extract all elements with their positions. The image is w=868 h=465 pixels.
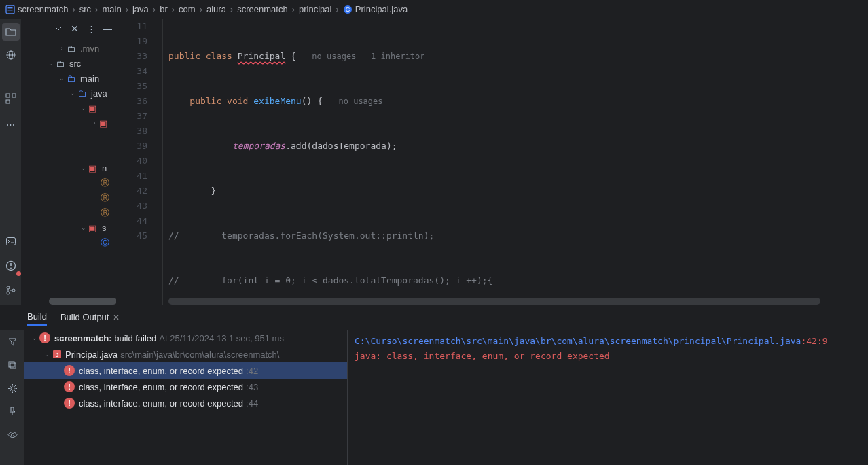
error-location: :42 — [246, 366, 258, 376]
svg-rect-17 — [9, 362, 14, 367]
tree-item[interactable] — [22, 145, 116, 160]
breadcrumb-item[interactable]: main — [102, 4, 121, 14]
rerun-button[interactable] — [5, 335, 19, 349]
line-number: 45 — [117, 228, 147, 243]
tab-build[interactable]: Build — [27, 309, 47, 326]
chevron-down-icon — [54, 24, 63, 33]
file-link[interactable]: C:\Curso\screenmatch\src\main\java\br\co… — [355, 336, 801, 346]
tab-label: Build Output — [60, 312, 109, 322]
code-line: public class Principal { no usages 1 inh… — [168, 49, 868, 64]
gutter[interactable]: 11 19 33 34 35 36 37 38 39 40 41 42 43 4… — [117, 19, 163, 305]
code-line: temporadas.add(dadosTemporada); — [168, 139, 868, 154]
pin-button[interactable] — [5, 404, 19, 418]
chevron-right-icon: › — [292, 4, 295, 14]
tree-item-pkg[interactable]: ⌄▣ — [22, 101, 116, 116]
build-error-row[interactable]: ! class, interface, enum, or record expe… — [24, 395, 347, 411]
left-tool-bar: ⋯ — [0, 19, 22, 305]
svg-point-19 — [11, 387, 14, 390]
svg-rect-8 — [6, 94, 10, 97]
build-file-label: Principal.java — [65, 349, 117, 360]
breadcrumb-item[interactable]: src — [79, 4, 91, 14]
line-number: 38 — [117, 124, 147, 139]
line-number: 41 — [117, 169, 147, 184]
chevron-right-icon: › — [72, 4, 75, 14]
breadcrumb-item[interactable]: java — [132, 4, 149, 14]
breadcrumb-item[interactable]: screenmatch — [237, 4, 287, 14]
tree-item-java[interactable]: ⌄🗀java — [22, 86, 116, 101]
tab-build-output[interactable]: Build Output ✕ — [60, 312, 120, 322]
collapse-all-button[interactable]: ✕ — [69, 22, 81, 35]
close-icon[interactable]: ✕ — [113, 313, 120, 322]
structure-tool-button[interactable] — [2, 46, 20, 64]
scrollbar-thumb[interactable] — [168, 298, 820, 305]
tree-list[interactable]: ›🗀.mvn ⌄🗀src ⌄🗀main ⌄🗀java ⌄▣ ›▣ ⌄▣n Ⓡ Ⓡ… — [22, 38, 116, 250]
dots-icon: ⋯ — [6, 120, 15, 130]
project-icon — [5, 5, 15, 14]
line-number: 42 — [117, 184, 147, 199]
tree-options-button[interactable]: ⋮ — [85, 22, 97, 35]
line-number: 36 — [117, 94, 147, 109]
select-opened-file-button[interactable] — [52, 22, 65, 35]
chevron-right-icon: › — [95, 4, 98, 14]
breadcrumb-item[interactable]: com — [179, 4, 196, 14]
terminal-icon — [5, 236, 16, 247]
chevron-down-icon: ⌄ — [79, 105, 88, 111]
tree-label: s — [102, 223, 107, 233]
build-file-path: src\main\java\br\com\alura\screenmatch\ — [120, 349, 279, 360]
chevron-down-icon: ⌄ — [68, 90, 77, 97]
tree-item-class[interactable]: Ⓡ — [22, 175, 116, 190]
tree-item-main[interactable]: ⌄🗀main — [22, 71, 116, 86]
watch-button[interactable] — [5, 428, 19, 441]
build-tree-root[interactable]: ⌄ ! screenmatch: build failed At 25/11/2… — [24, 330, 347, 346]
code-area[interactable]: public class Principal { no usages 1 inh… — [163, 19, 868, 305]
error-badge — [16, 271, 21, 276]
error-location: :44 — [246, 398, 258, 409]
stop-button[interactable] — [5, 358, 19, 372]
tree-item-pkg[interactable]: ⌄▣n — [22, 160, 116, 175]
tree-item-pkg[interactable]: ⌄▣s — [22, 220, 116, 235]
svg-rect-9 — [12, 94, 16, 97]
tree-item[interactable] — [22, 131, 116, 145]
bookmarks-tool-button[interactable] — [2, 90, 20, 107]
breadcrumb-item-project[interactable]: screenmatch — [5, 4, 68, 14]
breadcrumb-label: br — [160, 4, 168, 14]
structure-icon — [5, 93, 16, 104]
breadcrumb-item-file[interactable]: C Principal.java — [343, 4, 408, 14]
gear-icon — [7, 383, 18, 394]
error-location: :43 — [246, 382, 258, 392]
package-icon: ▣ — [88, 223, 99, 233]
breadcrumb-item[interactable]: principal — [299, 4, 331, 14]
tree-item-src[interactable]: ⌄🗀src — [22, 56, 116, 71]
tree-item-pkg[interactable]: ›▣ — [22, 116, 116, 131]
breadcrumb-item[interactable]: br — [160, 4, 168, 14]
horizontal-scrollbar[interactable] — [49, 298, 117, 305]
usage-hint[interactable]: no usages 1 inheritor — [312, 52, 424, 61]
tree-item-class[interactable]: Ⓒ — [22, 235, 116, 250]
vcs-tool-button[interactable] — [2, 281, 20, 299]
build-error-row[interactable]: ! class, interface, enum, or record expe… — [24, 379, 347, 395]
more-tools-button[interactable]: ⋯ — [2, 116, 20, 133]
build-root-label: screenmatch: — [54, 333, 112, 343]
build-tree-file[interactable]: ⌄ J Principal.java src\main\java\br\com\… — [24, 346, 347, 362]
line-number: 35 — [117, 79, 147, 94]
chevron-right-icon: › — [90, 120, 99, 126]
error-icon: ! — [39, 332, 50, 343]
hide-button[interactable]: — — [101, 22, 113, 35]
tree-item-mvn[interactable]: ›🗀.mvn — [22, 41, 116, 56]
code-editor[interactable]: 11 19 33 34 35 36 37 38 39 40 41 42 43 4… — [117, 19, 868, 305]
terminal-tool-button[interactable] — [2, 232, 20, 250]
chevron-down-icon: ⌄ — [79, 165, 88, 171]
record-icon: Ⓡ — [101, 177, 111, 189]
usage-hint[interactable]: no usages — [339, 97, 383, 106]
project-tool-button[interactable] — [2, 23, 20, 41]
breadcrumb-item[interactable]: alura — [206, 4, 226, 14]
build-tree: ⌄ ! screenmatch: build failed At 25/11/2… — [24, 330, 348, 465]
tree-label: src — [69, 58, 81, 69]
output-line: C:\Curso\screenmatch\src\main\java\br\co… — [355, 334, 861, 349]
build-error-row[interactable]: ! class, interface, enum, or record expe… — [24, 362, 347, 379]
tree-item-class[interactable]: Ⓡ — [22, 190, 116, 205]
settings-button[interactable] — [5, 381, 19, 395]
tree-item-class[interactable]: Ⓡ — [22, 205, 116, 220]
problems-tool-button[interactable] — [2, 257, 20, 275]
editor-horizontal-scrollbar[interactable] — [168, 298, 860, 305]
